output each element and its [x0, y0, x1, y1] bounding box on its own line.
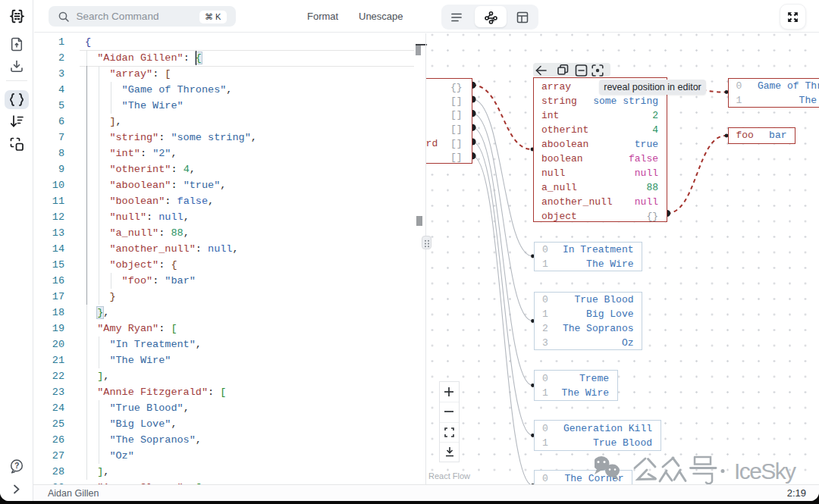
- svg-text:IceSky: IceSky: [734, 459, 796, 484]
- svg-text:?: ?: [14, 461, 19, 470]
